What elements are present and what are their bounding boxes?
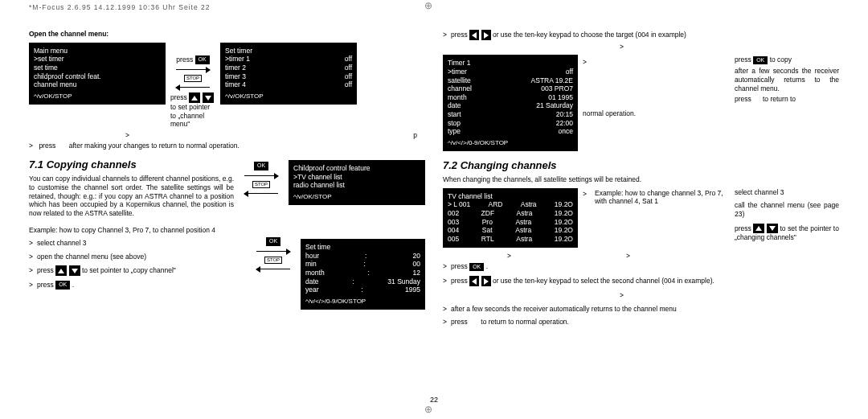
timer-side: > normal operation. — [583, 53, 636, 117]
page-number: 22 — [0, 396, 868, 405]
c: ARD — [489, 200, 503, 209]
left-column: Open the channel menu: Main menu >set ti… — [29, 27, 425, 331]
sub-row: >p — [29, 131, 425, 140]
c: : — [367, 269, 369, 277]
ok-key-icon: OK — [469, 263, 484, 272]
c: 01 1995 — [548, 93, 573, 102]
arrow-left-icon — [256, 269, 290, 269]
c: month — [448, 93, 467, 102]
up-key-icon — [55, 265, 67, 276]
set-timer-foot: ^/v/OK/STOP — [225, 92, 352, 101]
childproof-block: Childproof control feature >TV channel l… — [289, 160, 425, 205]
main-menu-item: channel menu — [34, 80, 161, 89]
press-label: press — [39, 142, 55, 150]
c: Astra — [515, 218, 531, 227]
c: once — [559, 127, 573, 136]
c: Sat — [482, 226, 493, 235]
after-change-line: > press after making your changes to ret… — [29, 142, 425, 150]
cell: off — [345, 55, 352, 64]
cell: timer 2 — [225, 64, 246, 72]
c: month — [305, 269, 325, 277]
arrow-group: OK STOP — [251, 237, 296, 269]
step: select channel 3 — [37, 239, 86, 247]
left-key-icon — [469, 30, 479, 40]
c: Astra — [517, 209, 533, 218]
c: year — [305, 285, 319, 294]
copy-body: You can copy individual channels to diff… — [29, 175, 234, 217]
crop-mark-bottom: ⊕ — [424, 404, 432, 416]
step: or use the ten-key keypad to select the … — [493, 277, 714, 285]
step: press — [735, 224, 751, 232]
c: : — [361, 285, 362, 294]
right-column: >press or use the ten-key keypad to choo… — [443, 27, 839, 331]
childproof-foot: ^/v/OK/STOP — [293, 193, 420, 201]
press-label: press — [735, 55, 751, 64]
c: 19.2O — [555, 235, 573, 244]
step: press — [37, 266, 54, 274]
down-key-icon — [69, 265, 80, 276]
c: 20 — [413, 252, 420, 261]
c: Astra — [516, 235, 532, 244]
arrow-right-icon — [244, 175, 278, 176]
heading-7-2: 7.2 Changing channels — [443, 159, 839, 172]
set-time-block: Set time hour:20 min:00 month:12 date:31… — [301, 239, 425, 310]
cell: off — [345, 80, 352, 89]
c: 21 Saturday — [536, 101, 573, 110]
example-copy: Example: how to copy Channel 3, Pro 7, t… — [29, 226, 425, 235]
open-channel-title: Open the channel menu: — [29, 30, 425, 39]
c: 003 — [448, 218, 459, 227]
set-time-title: Set time — [305, 243, 420, 252]
step: open the channel menu (see above) — [37, 253, 146, 261]
change-aside: select channel 3 call the channel menu (… — [735, 187, 839, 247]
c: min — [305, 260, 317, 269]
cell: off — [345, 64, 352, 72]
step: select channel 3 — [735, 188, 839, 197]
cell: timer 4 — [225, 80, 246, 89]
step: press — [451, 277, 468, 285]
step: to return to normal operation. — [481, 318, 569, 326]
left-key-icon — [469, 276, 479, 286]
c: ASTRA 19.2E — [531, 76, 573, 85]
childproof-item: radio channel list — [293, 181, 420, 190]
ok-key-icon: OK — [266, 237, 280, 246]
stop-key-icon: STOP — [184, 75, 202, 83]
crop-mark-top: ⊕ — [424, 0, 432, 12]
main-menu-item: >set timer — [34, 55, 161, 64]
childproof-item: >TV channel list — [293, 173, 420, 182]
step: after a few seconds the receiver automat… — [451, 305, 677, 313]
down-key-icon — [767, 224, 778, 234]
c: >timer — [448, 68, 467, 76]
main-menu-foot: ^/v/OK/STOP — [34, 92, 161, 101]
c: ZDF — [481, 209, 495, 218]
stop-key-icon: STOP — [252, 181, 270, 189]
c: : — [352, 277, 354, 286]
cell: timer 3 — [225, 72, 246, 81]
page: *M-Focus 2.6.95 14.12.1999 10:36 Uhr Sei… — [0, 0, 868, 419]
step: press — [451, 318, 468, 326]
menu-row: Main menu >set timer set time childproof… — [29, 41, 425, 129]
heading-7-1: 7.1 Copying channels — [29, 158, 234, 171]
press-label: press — [170, 93, 187, 101]
c: 005 — [448, 235, 459, 244]
cell: off — [345, 72, 352, 81]
top-line: >press or use the ten-key keypad to choo… — [443, 30, 839, 40]
arrow-right-icon — [176, 69, 210, 70]
set-time-foot: ^/v/</>/0-9/OK/STOP — [305, 298, 420, 306]
c: start — [448, 110, 461, 119]
ok-key-icon: OK — [55, 281, 70, 290]
timer-title: Timer 1 — [448, 59, 573, 68]
c: Astra — [521, 200, 537, 209]
step: press — [451, 262, 468, 270]
c: Pro — [482, 218, 493, 227]
tvlist-title: TV channel list — [448, 192, 573, 201]
c: > L 001 — [448, 200, 470, 209]
ok-key-icon: OK — [753, 56, 768, 65]
copy-aside: press OK to copy after a few seconds the… — [735, 53, 839, 106]
normal-op: normal operation. — [583, 109, 636, 117]
c: 004 — [448, 226, 459, 235]
main-menu-item: set time — [34, 64, 161, 72]
press-label: press — [735, 95, 751, 103]
c: 19.2O — [555, 200, 573, 209]
c: Astra — [515, 226, 531, 235]
c: hour — [305, 252, 319, 261]
